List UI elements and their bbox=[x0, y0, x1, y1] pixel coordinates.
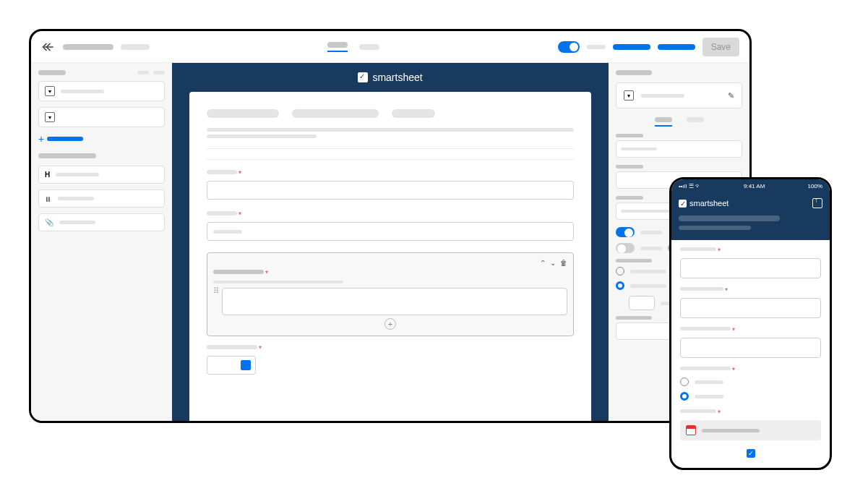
element-attachment[interactable]: 📎 bbox=[38, 213, 165, 231]
m-input-1[interactable] bbox=[680, 258, 821, 278]
title-placeholder bbox=[63, 44, 113, 50]
dropdown-icon: ▾ bbox=[624, 90, 634, 101]
m-input-2[interactable] bbox=[680, 298, 821, 318]
prop-label-2 bbox=[616, 165, 643, 168]
mobile-checkbox[interactable]: ✓ bbox=[747, 449, 755, 458]
divider bbox=[207, 148, 574, 149]
section-label bbox=[38, 153, 96, 158]
mobile-brand-row: smartsheet bbox=[679, 198, 822, 208]
field-item-1[interactable]: ▾ bbox=[38, 81, 165, 101]
brand-name: smartsheet bbox=[372, 72, 422, 83]
fields-header bbox=[38, 70, 165, 75]
tab-active[interactable] bbox=[327, 42, 348, 52]
right-tab-inactive[interactable] bbox=[687, 117, 704, 122]
radio-selected-icon bbox=[616, 281, 624, 290]
add-field-link[interactable]: + bbox=[38, 133, 165, 145]
divider-icon: ⫼ bbox=[45, 195, 52, 202]
battery-label: 100% bbox=[808, 183, 822, 189]
right-tabs bbox=[616, 117, 742, 127]
selected-field-card: ▾ ✎ bbox=[616, 82, 742, 108]
plus-icon: + bbox=[38, 133, 44, 145]
link-1[interactable] bbox=[613, 44, 650, 50]
move-up-icon[interactable]: ⌃ bbox=[540, 259, 546, 267]
dropdown-icon: ▾ bbox=[45, 112, 55, 122]
mobile-header: smartsheet bbox=[671, 192, 830, 240]
field-1-label: * bbox=[207, 170, 574, 178]
m-field-4: * bbox=[680, 367, 821, 401]
calendar-icon bbox=[241, 360, 251, 370]
back-arrow-icon[interactable] bbox=[41, 40, 56, 54]
m-radio-2[interactable] bbox=[680, 392, 821, 401]
signal-icon: ••ıll ☰ ᯤ bbox=[679, 183, 701, 189]
center-tabs bbox=[327, 42, 379, 52]
move-down-icon[interactable]: ⌄ bbox=[550, 259, 556, 267]
element-heading[interactable]: H bbox=[38, 166, 165, 184]
calendar-icon bbox=[686, 425, 696, 435]
drag-handle-icon[interactable]: ⠿ bbox=[213, 286, 219, 296]
field-4-label: * bbox=[207, 345, 574, 353]
form-title-row bbox=[207, 109, 574, 118]
subtitle-placeholder bbox=[121, 44, 150, 50]
brand-header: smartsheet bbox=[172, 63, 609, 92]
m-field-1: * bbox=[680, 247, 821, 278]
hidden-toggle[interactable] bbox=[616, 243, 635, 253]
preview-toggle[interactable] bbox=[558, 41, 580, 53]
m-field-2: * bbox=[680, 287, 821, 318]
m-date-input[interactable] bbox=[680, 420, 821, 440]
toggle-label bbox=[587, 45, 606, 49]
right-header bbox=[616, 70, 652, 75]
delete-icon[interactable]: 🗑 bbox=[560, 259, 567, 267]
tab-inactive[interactable] bbox=[359, 44, 379, 50]
mobile-form-body: * * * * * ✓ bbox=[671, 240, 830, 465]
save-button[interactable]: Save bbox=[702, 38, 739, 56]
edit-icon[interactable]: ✎ bbox=[728, 91, 734, 101]
field-2-label: * bbox=[207, 211, 574, 219]
mobile-form-subtitle bbox=[679, 226, 751, 230]
status-time: 9:41 AM bbox=[744, 183, 765, 189]
divider bbox=[207, 159, 574, 160]
default-label bbox=[616, 316, 652, 320]
field-3-textarea[interactable] bbox=[222, 288, 567, 315]
element-divider[interactable]: ⫼ bbox=[38, 189, 165, 208]
form-card: * * ⌃ ⌄ 🗑 * bbox=[189, 92, 591, 421]
field-1-input[interactable] bbox=[207, 181, 574, 200]
m-radio-1[interactable] bbox=[680, 377, 821, 386]
body-layout: ▾ ▾ + H ⫼ 📎 bbox=[31, 63, 749, 421]
mobile-preview: ••ıll ☰ ᯤ 9:41 AM 100% smartsheet * * * … bbox=[669, 177, 832, 470]
sub-button[interactable] bbox=[629, 296, 655, 310]
add-option-button[interactable]: + bbox=[384, 318, 396, 330]
right-tab-active[interactable] bbox=[655, 117, 672, 127]
date-input[interactable] bbox=[207, 356, 256, 375]
left-sidebar: ▾ ▾ + H ⫼ 📎 bbox=[31, 63, 172, 421]
form-canvas: smartsheet * * bbox=[172, 63, 609, 421]
prop-label-3 bbox=[616, 196, 643, 200]
display-section-label bbox=[616, 259, 652, 262]
field-actions: ⌃ ⌄ 🗑 bbox=[213, 259, 567, 267]
share-icon[interactable] bbox=[812, 198, 822, 208]
required-toggle[interactable] bbox=[616, 227, 635, 237]
top-toolbar: Save bbox=[31, 31, 749, 63]
attachment-icon: 📎 bbox=[45, 218, 53, 226]
form-desc-line-1 bbox=[207, 128, 574, 132]
m-field-3: * bbox=[680, 327, 821, 358]
heading-icon: H bbox=[45, 171, 50, 179]
mobile-form-title bbox=[679, 215, 780, 221]
mobile-brand-name: smartsheet bbox=[689, 199, 729, 208]
desktop-window: Save ▾ ▾ + bbox=[29, 29, 752, 423]
brand-check-icon bbox=[358, 72, 368, 82]
field-item-2[interactable]: ▾ bbox=[38, 107, 165, 127]
m-field-5: * bbox=[680, 409, 821, 440]
field-2-input[interactable] bbox=[207, 222, 574, 241]
prop-label-1 bbox=[616, 134, 643, 137]
brand-check-icon bbox=[679, 200, 687, 208]
selected-field-block[interactable]: ⌃ ⌄ 🗑 * ⠿ + bbox=[207, 252, 574, 336]
m-input-3[interactable] bbox=[680, 338, 821, 358]
mobile-status-bar: ••ıll ☰ ᯤ 9:41 AM 100% bbox=[671, 179, 830, 192]
link-2[interactable] bbox=[658, 44, 695, 50]
dropdown-icon: ▾ bbox=[45, 86, 55, 96]
radio-icon bbox=[616, 267, 624, 276]
form-desc-line-2 bbox=[207, 135, 317, 138]
prop-input-1[interactable] bbox=[616, 140, 742, 158]
field-3-label: * bbox=[213, 270, 567, 278]
